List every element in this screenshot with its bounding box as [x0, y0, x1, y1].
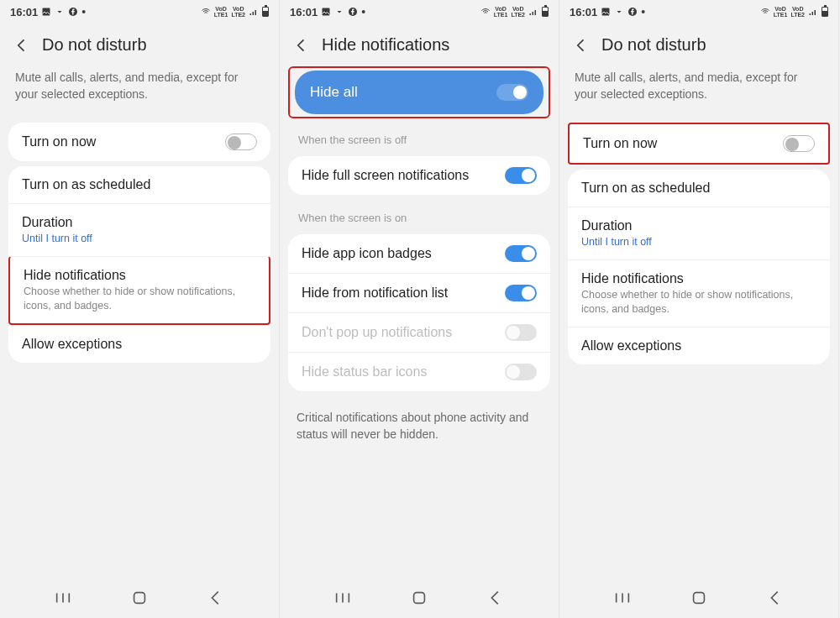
status-time: 16:01	[290, 6, 318, 18]
signal-icon	[249, 7, 259, 17]
allow-exceptions-row[interactable]: Allow exceptions	[8, 325, 270, 363]
turn-on-now-row[interactable]: Turn on now	[570, 124, 828, 163]
recents-icon[interactable]	[613, 589, 632, 607]
hide-all-row[interactable]: Hide all	[295, 71, 543, 114]
svg-rect-5	[414, 593, 425, 604]
svg-rect-8	[694, 593, 705, 604]
hide-notifications-row[interactable]: Hide notifications Choose whether to hid…	[8, 256, 270, 325]
scheduled-label: Turn on as scheduled	[581, 181, 710, 196]
settings-card: Turn on as scheduled Duration Until I tu…	[568, 170, 830, 364]
header: Do not disturb	[0, 24, 279, 63]
recents-icon[interactable]	[333, 589, 352, 607]
scheduled-row[interactable]: Turn on as scheduled	[8, 166, 270, 203]
statusbar-icons-row: Hide status bar icons	[288, 352, 550, 391]
download-icon	[334, 7, 344, 17]
screen-dnd-2: 16:01 • VoDLTE1 VoDLTE2 Do not disturb M…	[559, 0, 839, 618]
back-nav-icon[interactable]	[207, 589, 225, 607]
screen-on-card: Hide app icon badges Hide from notificat…	[288, 234, 550, 391]
duration-row[interactable]: Duration Until I turn it off	[8, 203, 270, 256]
facebook-icon	[348, 7, 358, 17]
popup-row: Don't pop up notifications	[288, 312, 550, 352]
status-dot-icon: •	[641, 5, 645, 18]
intro-text: Mute all calls, alerts, and media, excep…	[0, 63, 279, 118]
list-row[interactable]: Hide from notification list	[288, 273, 550, 312]
recents-icon[interactable]	[54, 589, 72, 607]
section-screen-on: When the screen is on	[280, 200, 559, 229]
turn-on-now-toggle[interactable]	[783, 135, 815, 152]
list-toggle[interactable]	[505, 285, 537, 301]
header: Do not disturb	[559, 24, 838, 63]
section-screen-off: When the screen is off	[280, 122, 559, 151]
screen-dnd-1: 16:01 • VoDLTE1 VoDLTE2 Do not disturb M…	[0, 0, 280, 618]
back-icon[interactable]	[13, 37, 30, 54]
status-dot-icon: •	[81, 5, 86, 18]
badges-toggle[interactable]	[505, 245, 537, 262]
page-title: Do not disturb	[42, 35, 147, 55]
hide-notifications-row[interactable]: Hide notifications Choose whether to hid…	[568, 259, 830, 327]
battery-icon	[262, 7, 269, 17]
nav-bar	[0, 578, 279, 618]
duration-label: Duration	[22, 215, 72, 230]
screen-hide-notifications: 16:01 • VoDLTE1 VoDLTE2 Hide notificatio…	[280, 0, 559, 618]
status-dot-icon: •	[361, 5, 365, 18]
duration-sub: Until I turn it off	[22, 232, 92, 245]
turn-on-now-label: Turn on now	[22, 134, 96, 149]
home-icon[interactable]	[410, 589, 428, 607]
allow-exceptions-label: Allow exceptions	[581, 338, 681, 354]
lte1-indicator: VoDLTE1	[774, 6, 788, 18]
turn-on-now-label: Turn on now	[583, 136, 657, 151]
signal-icon	[528, 7, 538, 17]
status-bar: 16:01 • VoDLTE1 VoDLTE2	[559, 0, 838, 24]
hide-all-toggle[interactable]	[496, 84, 528, 101]
back-nav-icon[interactable]	[766, 589, 785, 607]
turn-on-now-row[interactable]: Turn on now	[8, 123, 270, 161]
duration-row[interactable]: Duration Until I turn it off	[568, 207, 830, 259]
status-time: 16:01	[10, 6, 38, 18]
wifi-icon	[480, 7, 491, 17]
picture-icon	[41, 7, 51, 17]
hide-notifications-label: Hide notifications	[24, 268, 126, 283]
intro-text: Mute all calls, alerts, and media, excep…	[559, 63, 838, 118]
statusbar-icons-label: Hide status bar icons	[302, 364, 427, 380]
lte2-indicator: VoDLTE2	[790, 6, 805, 18]
page-title: Do not disturb	[601, 35, 706, 55]
nav-bar	[559, 578, 838, 618]
picture-icon	[601, 7, 611, 17]
settings-card: Turn on as scheduled Duration Until I tu…	[8, 166, 270, 363]
lte2-indicator: VoDLTE2	[511, 6, 525, 18]
back-nav-icon[interactable]	[486, 589, 505, 607]
home-icon[interactable]	[130, 589, 149, 607]
status-bar: 16:01 • VoDLTE1 VoDLTE2	[280, 0, 559, 24]
lte1-indicator: VoDLTE1	[494, 6, 508, 18]
hide-all-label: Hide all	[310, 84, 358, 101]
list-label: Hide from notification list	[302, 285, 448, 301]
full-screen-row[interactable]: Hide full screen notifications	[288, 156, 550, 195]
back-icon[interactable]	[293, 37, 310, 54]
hide-notifications-sub: Choose whether to hide or show notificat…	[581, 288, 816, 316]
picture-icon	[321, 7, 331, 17]
home-icon[interactable]	[690, 589, 708, 607]
status-time: 16:01	[570, 6, 597, 18]
hide-notifications-label: Hide notifications	[581, 271, 684, 286]
turn-on-now-toggle[interactable]	[225, 134, 257, 150]
svg-rect-6	[602, 8, 610, 16]
footnote: Critical notifications about phone activ…	[280, 396, 559, 456]
signal-icon	[808, 7, 818, 17]
allow-exceptions-row[interactable]: Allow exceptions	[568, 327, 830, 364]
hide-notifications-sub: Choose whether to hide or show notificat…	[24, 285, 255, 312]
badges-label: Hide app icon badges	[302, 246, 432, 261]
hide-all-highlight: Hide all	[288, 66, 550, 118]
header: Hide notifications	[280, 24, 559, 63]
duration-sub: Until I turn it off	[581, 235, 652, 249]
scheduled-row[interactable]: Turn on as scheduled	[568, 170, 830, 207]
screen-off-card: Hide full screen notifications	[288, 156, 550, 195]
badges-row[interactable]: Hide app icon badges	[288, 234, 550, 273]
battery-icon	[542, 7, 549, 17]
status-bar: 16:01 • VoDLTE1 VoDLTE2	[0, 0, 279, 24]
popup-label: Don't pop up notifications	[302, 325, 452, 340]
svg-rect-3	[323, 8, 330, 16]
turn-on-card: Turn on now	[568, 123, 830, 165]
page-title: Hide notifications	[322, 35, 449, 55]
full-screen-toggle[interactable]	[505, 167, 537, 184]
back-icon[interactable]	[573, 37, 590, 54]
